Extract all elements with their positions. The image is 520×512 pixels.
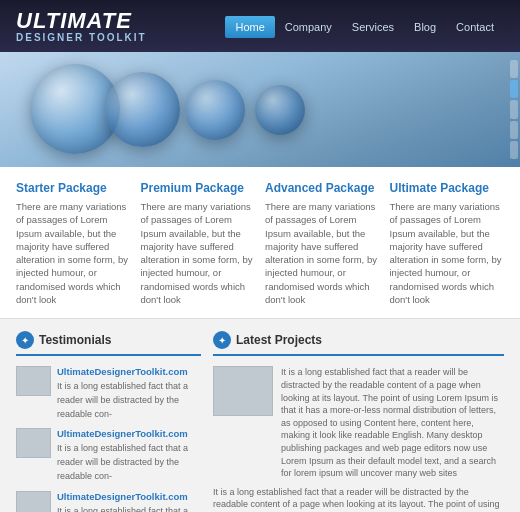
hero-circle-2 [105, 72, 180, 147]
logo-ultimate: ULTIMATE [16, 10, 147, 32]
package-ultimate-title: Ultimate Package [390, 181, 505, 195]
project-text-1: It is a long established fact that a rea… [281, 366, 504, 479]
latest-projects-icon: ✦ [213, 331, 231, 349]
package-starter: Starter Package There are many variation… [16, 181, 131, 306]
hero-bar-item [510, 141, 518, 159]
hero-circle-3 [185, 80, 245, 140]
testimonial-text-1: It is a long established fact that a rea… [57, 381, 188, 418]
bottom-section: ✦ Testimonials UltimateDesignerToolkit.c… [0, 319, 520, 512]
package-premium-text: There are many variations of passages of… [141, 200, 256, 306]
testimonial-thumb-2 [16, 428, 51, 458]
project-text-2: It is a long established fact that a rea… [213, 486, 504, 512]
package-ultimate-text: There are many variations of passages of… [390, 200, 505, 306]
package-premium-title: Premium Package [141, 181, 256, 195]
testimonial-content-2: UltimateDesignerToolkit.com It is a long… [57, 428, 201, 482]
package-premium: Premium Package There are many variation… [141, 181, 256, 306]
nav-item-services[interactable]: Services [342, 16, 404, 38]
package-advanced-title: Advanced Package [265, 181, 380, 195]
hero-circle-4 [255, 85, 305, 135]
testimonial-text-2: It is a long established fact that a rea… [57, 443, 188, 480]
testimonial-link-2[interactable]: UltimateDesignerToolkit.com [57, 428, 201, 439]
testimonial-thumb-3 [16, 491, 51, 513]
latest-projects-title: Latest Projects [236, 333, 322, 347]
latest-projects-section: ✦ Latest Projects It is a long establish… [213, 331, 504, 512]
top-bar: ULTIMATE DESIGNER TOOLKIT Home Company S… [0, 0, 520, 52]
nav-item-home[interactable]: Home [225, 16, 274, 38]
testimonial-content-3: UltimateDesignerToolkit.com It is a long… [57, 491, 201, 513]
package-starter-text: There are many variations of passages of… [16, 200, 131, 306]
testimonials-icon: ✦ [16, 331, 34, 349]
testimonial-thumb-1 [16, 366, 51, 396]
testimonial-text-3: It is a long established fact that a rea… [57, 506, 188, 513]
nav-item-contact[interactable]: Contact [446, 16, 504, 38]
hero-bar-item [510, 121, 518, 139]
project-entry-1: It is a long established fact that a rea… [213, 366, 504, 485]
package-starter-title: Starter Package [16, 181, 131, 195]
testimonial-item: UltimateDesignerToolkit.com It is a long… [16, 428, 201, 482]
header: ULTIMATE DESIGNER TOOLKIT Home Company S… [0, 0, 520, 167]
nav: Home Company Services Blog Contact [225, 16, 504, 38]
hero-scrollbar[interactable] [508, 52, 520, 167]
nav-item-company[interactable]: Company [275, 16, 342, 38]
project-thumbnail-1 [213, 366, 273, 416]
testimonial-link-1[interactable]: UltimateDesignerToolkit.com [57, 366, 201, 377]
hero-bar-item [510, 60, 518, 78]
latest-projects-header: ✦ Latest Projects [213, 331, 504, 356]
logo-sub: DESIGNER TOOLKIT [16, 32, 147, 44]
testimonials-header: ✦ Testimonials [16, 331, 201, 356]
testimonial-link-3[interactable]: UltimateDesignerToolkit.com [57, 491, 201, 502]
nav-item-blog[interactable]: Blog [404, 16, 446, 38]
testimonial-content-1: UltimateDesignerToolkit.com It is a long… [57, 366, 201, 420]
testimonial-item: UltimateDesignerToolkit.com It is a long… [16, 366, 201, 420]
hero-bar-item-active [510, 80, 518, 98]
package-ultimate: Ultimate Package There are many variatio… [390, 181, 505, 306]
logo-area: ULTIMATE DESIGNER TOOLKIT [16, 10, 147, 44]
hero-bar-item [510, 100, 518, 118]
package-advanced-text: There are many variations of passages of… [265, 200, 380, 306]
hero-banner [0, 52, 520, 167]
packages-section: Starter Package There are many variation… [0, 167, 520, 319]
testimonials-title: Testimonials [39, 333, 111, 347]
package-advanced: Advanced Package There are many variatio… [265, 181, 380, 306]
testimonials-section: ✦ Testimonials UltimateDesignerToolkit.c… [16, 331, 201, 512]
testimonial-item: UltimateDesignerToolkit.com It is a long… [16, 491, 201, 513]
